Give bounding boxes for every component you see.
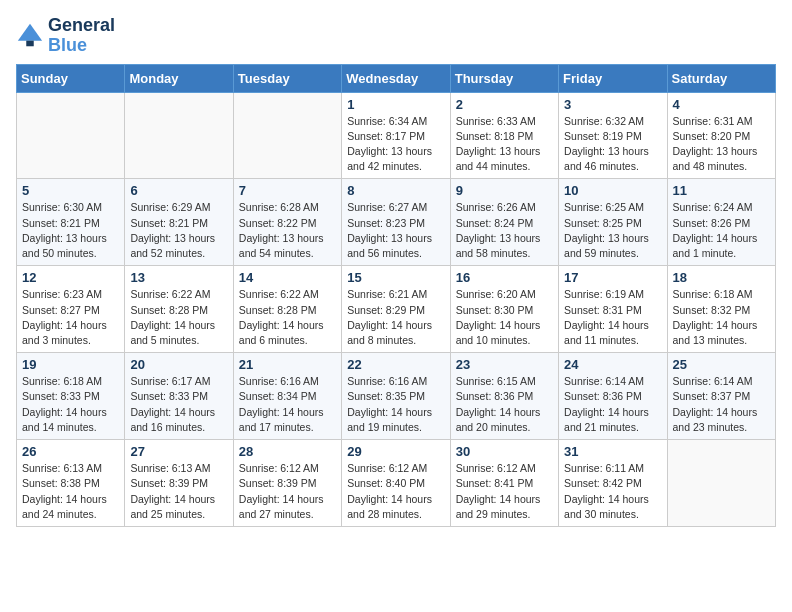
calendar-cell: 13Sunrise: 6:22 AM Sunset: 8:28 PM Dayli… bbox=[125, 266, 233, 353]
day-number: 5 bbox=[22, 183, 119, 198]
day-number: 12 bbox=[22, 270, 119, 285]
day-number: 28 bbox=[239, 444, 336, 459]
calendar-table: SundayMondayTuesdayWednesdayThursdayFrid… bbox=[16, 64, 776, 527]
day-info: Sunrise: 6:14 AM Sunset: 8:36 PM Dayligh… bbox=[564, 374, 661, 435]
calendar-cell: 19Sunrise: 6:18 AM Sunset: 8:33 PM Dayli… bbox=[17, 353, 125, 440]
calendar-week-4: 19Sunrise: 6:18 AM Sunset: 8:33 PM Dayli… bbox=[17, 353, 776, 440]
weekday-header-sunday: Sunday bbox=[17, 64, 125, 92]
day-number: 3 bbox=[564, 97, 661, 112]
calendar-cell: 16Sunrise: 6:20 AM Sunset: 8:30 PM Dayli… bbox=[450, 266, 558, 353]
day-number: 7 bbox=[239, 183, 336, 198]
day-number: 10 bbox=[564, 183, 661, 198]
calendar-cell bbox=[233, 92, 341, 179]
calendar-cell: 23Sunrise: 6:15 AM Sunset: 8:36 PM Dayli… bbox=[450, 353, 558, 440]
day-number: 21 bbox=[239, 357, 336, 372]
day-info: Sunrise: 6:11 AM Sunset: 8:42 PM Dayligh… bbox=[564, 461, 661, 522]
calendar-cell bbox=[125, 92, 233, 179]
day-number: 17 bbox=[564, 270, 661, 285]
calendar-cell: 10Sunrise: 6:25 AM Sunset: 8:25 PM Dayli… bbox=[559, 179, 667, 266]
day-info: Sunrise: 6:20 AM Sunset: 8:30 PM Dayligh… bbox=[456, 287, 553, 348]
day-info: Sunrise: 6:22 AM Sunset: 8:28 PM Dayligh… bbox=[130, 287, 227, 348]
calendar-cell: 26Sunrise: 6:13 AM Sunset: 8:38 PM Dayli… bbox=[17, 440, 125, 527]
calendar-cell: 2Sunrise: 6:33 AM Sunset: 8:18 PM Daylig… bbox=[450, 92, 558, 179]
day-number: 8 bbox=[347, 183, 444, 198]
day-info: Sunrise: 6:31 AM Sunset: 8:20 PM Dayligh… bbox=[673, 114, 770, 175]
day-info: Sunrise: 6:16 AM Sunset: 8:34 PM Dayligh… bbox=[239, 374, 336, 435]
day-number: 22 bbox=[347, 357, 444, 372]
calendar-cell: 20Sunrise: 6:17 AM Sunset: 8:33 PM Dayli… bbox=[125, 353, 233, 440]
day-number: 6 bbox=[130, 183, 227, 198]
day-number: 16 bbox=[456, 270, 553, 285]
day-number: 24 bbox=[564, 357, 661, 372]
day-info: Sunrise: 6:15 AM Sunset: 8:36 PM Dayligh… bbox=[456, 374, 553, 435]
weekday-header-friday: Friday bbox=[559, 64, 667, 92]
svg-marker-0 bbox=[18, 24, 42, 41]
day-number: 19 bbox=[22, 357, 119, 372]
day-info: Sunrise: 6:23 AM Sunset: 8:27 PM Dayligh… bbox=[22, 287, 119, 348]
calendar-cell: 28Sunrise: 6:12 AM Sunset: 8:39 PM Dayli… bbox=[233, 440, 341, 527]
day-number: 18 bbox=[673, 270, 770, 285]
day-info: Sunrise: 6:26 AM Sunset: 8:24 PM Dayligh… bbox=[456, 200, 553, 261]
day-number: 4 bbox=[673, 97, 770, 112]
day-info: Sunrise: 6:30 AM Sunset: 8:21 PM Dayligh… bbox=[22, 200, 119, 261]
day-info: Sunrise: 6:13 AM Sunset: 8:38 PM Dayligh… bbox=[22, 461, 119, 522]
calendar-cell: 30Sunrise: 6:12 AM Sunset: 8:41 PM Dayli… bbox=[450, 440, 558, 527]
day-number: 27 bbox=[130, 444, 227, 459]
calendar-cell: 24Sunrise: 6:14 AM Sunset: 8:36 PM Dayli… bbox=[559, 353, 667, 440]
calendar-week-3: 12Sunrise: 6:23 AM Sunset: 8:27 PM Dayli… bbox=[17, 266, 776, 353]
day-number: 11 bbox=[673, 183, 770, 198]
day-info: Sunrise: 6:29 AM Sunset: 8:21 PM Dayligh… bbox=[130, 200, 227, 261]
day-info: Sunrise: 6:12 AM Sunset: 8:39 PM Dayligh… bbox=[239, 461, 336, 522]
day-info: Sunrise: 6:18 AM Sunset: 8:33 PM Dayligh… bbox=[22, 374, 119, 435]
weekday-header-monday: Monday bbox=[125, 64, 233, 92]
day-number: 15 bbox=[347, 270, 444, 285]
calendar-cell: 25Sunrise: 6:14 AM Sunset: 8:37 PM Dayli… bbox=[667, 353, 775, 440]
day-number: 20 bbox=[130, 357, 227, 372]
calendar-cell: 3Sunrise: 6:32 AM Sunset: 8:19 PM Daylig… bbox=[559, 92, 667, 179]
calendar-cell: 22Sunrise: 6:16 AM Sunset: 8:35 PM Dayli… bbox=[342, 353, 450, 440]
calendar-cell: 8Sunrise: 6:27 AM Sunset: 8:23 PM Daylig… bbox=[342, 179, 450, 266]
day-info: Sunrise: 6:16 AM Sunset: 8:35 PM Dayligh… bbox=[347, 374, 444, 435]
weekday-header-saturday: Saturday bbox=[667, 64, 775, 92]
calendar-cell: 7Sunrise: 6:28 AM Sunset: 8:22 PM Daylig… bbox=[233, 179, 341, 266]
day-number: 1 bbox=[347, 97, 444, 112]
calendar-cell: 6Sunrise: 6:29 AM Sunset: 8:21 PM Daylig… bbox=[125, 179, 233, 266]
calendar-cell: 12Sunrise: 6:23 AM Sunset: 8:27 PM Dayli… bbox=[17, 266, 125, 353]
day-number: 2 bbox=[456, 97, 553, 112]
calendar-week-5: 26Sunrise: 6:13 AM Sunset: 8:38 PM Dayli… bbox=[17, 440, 776, 527]
day-info: Sunrise: 6:14 AM Sunset: 8:37 PM Dayligh… bbox=[673, 374, 770, 435]
calendar-cell: 18Sunrise: 6:18 AM Sunset: 8:32 PM Dayli… bbox=[667, 266, 775, 353]
day-info: Sunrise: 6:12 AM Sunset: 8:41 PM Dayligh… bbox=[456, 461, 553, 522]
day-info: Sunrise: 6:25 AM Sunset: 8:25 PM Dayligh… bbox=[564, 200, 661, 261]
day-info: Sunrise: 6:27 AM Sunset: 8:23 PM Dayligh… bbox=[347, 200, 444, 261]
calendar-cell: 27Sunrise: 6:13 AM Sunset: 8:39 PM Dayli… bbox=[125, 440, 233, 527]
calendar-cell bbox=[667, 440, 775, 527]
calendar-cell: 1Sunrise: 6:34 AM Sunset: 8:17 PM Daylig… bbox=[342, 92, 450, 179]
calendar-cell: 14Sunrise: 6:22 AM Sunset: 8:28 PM Dayli… bbox=[233, 266, 341, 353]
calendar-week-1: 1Sunrise: 6:34 AM Sunset: 8:17 PM Daylig… bbox=[17, 92, 776, 179]
logo-text: General Blue bbox=[48, 16, 115, 56]
calendar-cell: 29Sunrise: 6:12 AM Sunset: 8:40 PM Dayli… bbox=[342, 440, 450, 527]
day-info: Sunrise: 6:19 AM Sunset: 8:31 PM Dayligh… bbox=[564, 287, 661, 348]
calendar-cell: 5Sunrise: 6:30 AM Sunset: 8:21 PM Daylig… bbox=[17, 179, 125, 266]
day-info: Sunrise: 6:24 AM Sunset: 8:26 PM Dayligh… bbox=[673, 200, 770, 261]
calendar-cell: 15Sunrise: 6:21 AM Sunset: 8:29 PM Dayli… bbox=[342, 266, 450, 353]
day-info: Sunrise: 6:13 AM Sunset: 8:39 PM Dayligh… bbox=[130, 461, 227, 522]
day-info: Sunrise: 6:21 AM Sunset: 8:29 PM Dayligh… bbox=[347, 287, 444, 348]
calendar-cell: 31Sunrise: 6:11 AM Sunset: 8:42 PM Dayli… bbox=[559, 440, 667, 527]
day-number: 31 bbox=[564, 444, 661, 459]
calendar-week-2: 5Sunrise: 6:30 AM Sunset: 8:21 PM Daylig… bbox=[17, 179, 776, 266]
day-info: Sunrise: 6:28 AM Sunset: 8:22 PM Dayligh… bbox=[239, 200, 336, 261]
logo: General Blue bbox=[16, 16, 115, 56]
day-info: Sunrise: 6:34 AM Sunset: 8:17 PM Dayligh… bbox=[347, 114, 444, 175]
day-info: Sunrise: 6:12 AM Sunset: 8:40 PM Dayligh… bbox=[347, 461, 444, 522]
page-header: General Blue bbox=[16, 16, 776, 56]
day-info: Sunrise: 6:33 AM Sunset: 8:18 PM Dayligh… bbox=[456, 114, 553, 175]
day-info: Sunrise: 6:18 AM Sunset: 8:32 PM Dayligh… bbox=[673, 287, 770, 348]
day-number: 26 bbox=[22, 444, 119, 459]
svg-rect-1 bbox=[26, 40, 33, 46]
calendar-cell: 11Sunrise: 6:24 AM Sunset: 8:26 PM Dayli… bbox=[667, 179, 775, 266]
calendar-cell: 4Sunrise: 6:31 AM Sunset: 8:20 PM Daylig… bbox=[667, 92, 775, 179]
day-number: 30 bbox=[456, 444, 553, 459]
weekday-header-row: SundayMondayTuesdayWednesdayThursdayFrid… bbox=[17, 64, 776, 92]
